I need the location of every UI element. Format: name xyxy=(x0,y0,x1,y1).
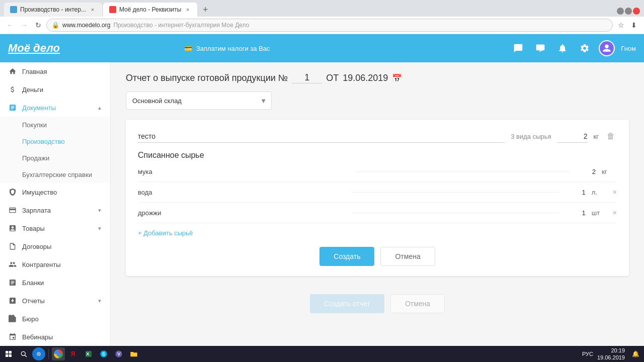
forward-button[interactable]: → xyxy=(18,19,30,31)
chat-button[interactable] xyxy=(532,40,548,56)
taskbar-viber[interactable]: V xyxy=(112,347,125,360)
taskbar-excel[interactable]: X xyxy=(82,347,95,360)
goods-chevron: ▼ xyxy=(97,226,102,231)
back-button[interactable]: ← xyxy=(4,19,16,31)
sidebar-item-purchases[interactable]: Покупки xyxy=(0,117,110,133)
sidebar-item-home[interactable]: Главная xyxy=(0,62,110,80)
browser-chrome: Производство - интер... × Моё дело - Рек… xyxy=(0,0,644,34)
raw-qty-muka: 2 xyxy=(576,168,596,175)
promo-banner[interactable]: 💳 Заплатим налоги за Вас xyxy=(184,45,270,52)
sidebar-item-bureau[interactable]: Бюро xyxy=(0,310,110,328)
bottom-cancel-button[interactable]: Отмена xyxy=(390,294,445,313)
promo-icon: 💳 xyxy=(184,45,192,52)
refresh-button[interactable]: ↻ xyxy=(32,19,44,31)
settings-button[interactable] xyxy=(577,40,593,56)
browser-minimize[interactable] xyxy=(617,8,624,15)
promo-text: Заплатим налоги за Вас xyxy=(196,45,270,52)
browser-tab-2[interactable]: Моё дело - Реквизиты × xyxy=(103,3,197,17)
raw-unit-muka: кг xyxy=(602,168,617,175)
sidebar-item-money[interactable]: Деньги xyxy=(0,80,110,99)
sidebar-item-salary[interactable]: Зарплата ▼ xyxy=(0,201,110,219)
calendar-icon[interactable]: 📅 xyxy=(392,73,402,83)
browser-controls: ← → ↻ 🔒 www.moedelo.org Производство - и… xyxy=(0,17,644,34)
salary-icon xyxy=(8,206,17,215)
sidebar-item-sales[interactable]: Продажи xyxy=(0,150,110,166)
sidebar-item-property[interactable]: Имущество xyxy=(0,183,110,201)
sidebar-item-goods[interactable]: Товары ▼ xyxy=(0,219,110,237)
ssl-icon: 🔒 xyxy=(52,22,59,29)
doc-date: 19.06.2019 xyxy=(343,73,388,83)
taskbar-chrome[interactable] xyxy=(52,347,65,360)
svg-line-6 xyxy=(25,355,27,357)
sidebar-home-label: Главная xyxy=(22,68,47,75)
user-name[interactable]: Гном xyxy=(621,45,636,52)
sidebar-property-label: Имущество xyxy=(22,189,57,196)
taskbar-lang: РУС xyxy=(582,351,593,357)
page-title-prefix: Отчет о выпуске готовой продукции № xyxy=(126,73,288,83)
sidebar-item-webinars[interactable]: Вебинары xyxy=(0,328,110,346)
taskbar-files[interactable] xyxy=(127,347,140,360)
user-avatar[interactable] xyxy=(599,40,615,56)
sidebar-item-docs[interactable]: Документы ▲ xyxy=(0,99,110,117)
new-tab-button[interactable]: + xyxy=(198,3,212,17)
counterparties-icon xyxy=(8,260,17,269)
browser-maximize[interactable] xyxy=(625,8,632,15)
svg-text:Я: Я xyxy=(71,350,75,357)
cancel-button[interactable]: Отмена xyxy=(380,247,435,266)
sidebar-item-production[interactable]: Производство xyxy=(0,133,110,150)
download-button[interactable]: ⬇ xyxy=(628,19,640,31)
browser-close[interactable] xyxy=(633,8,640,15)
purchases-label: Покупки xyxy=(22,121,47,129)
raw-qty-drozhzhi: 1 xyxy=(566,209,586,217)
docs-icon xyxy=(8,103,17,112)
address-bar[interactable]: 🔒 www.moedelo.org Производство - интерне… xyxy=(46,19,613,32)
tab-label-2: Моё дело - Реквизиты xyxy=(119,6,181,13)
dialog-card: 3 вида сырья кг 🗑 Списанное сырье мука 2… xyxy=(126,120,629,276)
product-delete-button[interactable]: 🗑 xyxy=(605,130,617,143)
browser-tab-1[interactable]: Производство - интер... × xyxy=(4,3,102,17)
tab-favicon-1 xyxy=(10,6,17,13)
docs-chevron: ▲ xyxy=(97,105,102,111)
messages-button[interactable] xyxy=(510,40,526,56)
svg-text:V: V xyxy=(117,351,121,356)
warehouse-select[interactable]: Основной склад xyxy=(126,92,272,110)
create-button[interactable]: Создать xyxy=(319,247,374,266)
raw-remove-voda[interactable]: × xyxy=(613,188,617,196)
taskbar-clock: 20:19 19.06.2019 xyxy=(597,347,625,361)
tab-close-1[interactable]: × xyxy=(89,6,96,13)
sidebar-item-counterparties[interactable]: Контрагенты xyxy=(0,255,110,274)
sidebar-counterparties-label: Контрагенты xyxy=(22,261,61,268)
page-header: Отчет о выпуске готовой продукции № ОТ 1… xyxy=(126,72,629,110)
bookmark-button[interactable]: ☆ xyxy=(615,19,627,31)
reports-icon xyxy=(8,296,17,305)
webinars-icon xyxy=(8,332,17,341)
taskbar-search[interactable] xyxy=(17,347,30,360)
taskbar-notification-area[interactable]: 🔔 xyxy=(629,347,642,360)
brand-logo: Моё дело xyxy=(8,42,60,55)
svg-point-5 xyxy=(21,351,25,355)
sidebar-item-reports[interactable]: Отчеты ▼ xyxy=(0,292,110,310)
svg-rect-0 xyxy=(536,45,545,51)
raw-remove-drozhzhi[interactable]: × xyxy=(613,209,617,217)
sidebar-item-contracts[interactable]: Договоры xyxy=(0,237,110,255)
raw-name-muka: мука xyxy=(138,168,351,175)
app-container: Моё дело 💳 Заплатим налоги за Вас xyxy=(0,34,644,347)
create-report-button[interactable]: Создать отчет xyxy=(310,294,384,313)
taskbar-cortana[interactable] xyxy=(32,347,45,360)
product-qty-input[interactable] xyxy=(557,130,588,143)
doc-num-input[interactable] xyxy=(292,72,322,83)
sidebar-item-blanks[interactable]: Бланки xyxy=(0,274,110,292)
production-label: Производство xyxy=(22,138,65,145)
tab-close-2[interactable]: × xyxy=(184,6,191,13)
sidebar-item-accounting[interactable]: Бухгалтерские справки xyxy=(0,166,110,183)
taskbar-time: 20:19 xyxy=(597,347,625,354)
taskbar-start[interactable] xyxy=(2,347,15,360)
sidebar-contracts-label: Договоры xyxy=(22,243,51,250)
raw-section-title: Списанное сырье xyxy=(138,151,617,160)
add-raw-link[interactable]: + Добавить сырьё xyxy=(138,229,193,237)
product-name-input[interactable] xyxy=(138,130,505,143)
taskbar-yandex[interactable]: Я xyxy=(67,347,80,360)
taskbar-skype[interactable]: S xyxy=(97,347,110,360)
notifications-button[interactable] xyxy=(554,40,571,56)
raw-item-voda: вода 1 л. × xyxy=(138,188,617,203)
